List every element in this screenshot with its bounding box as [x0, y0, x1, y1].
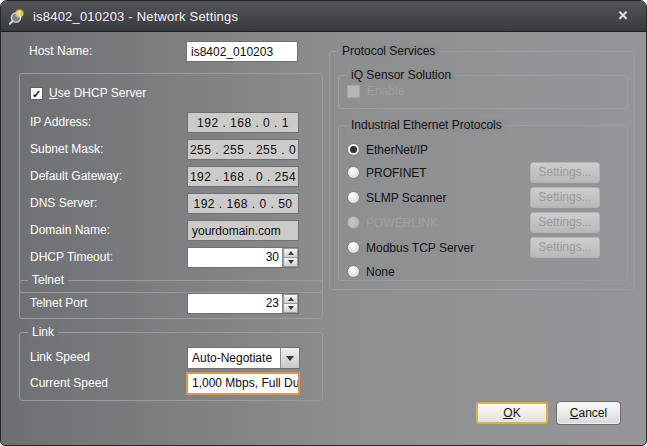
spin-up-icon[interactable]	[283, 294, 298, 303]
telnet-port-spinner	[282, 294, 298, 313]
default-gateway-value: 192 . 168 . 0 . 254	[190, 170, 296, 184]
ip-address-label: IP Address:	[30, 112, 91, 133]
radio-powerlink[interactable]	[347, 216, 360, 229]
radio-none-label: None	[366, 265, 395, 279]
industrial-protocols-caption: Industrial Ethernet Protocols	[347, 118, 506, 133]
domain-name-value: yourdomain.com	[188, 221, 298, 241]
telnet-port-value: 23	[188, 294, 282, 313]
iq-enable-checkbox[interactable]	[347, 85, 360, 98]
ok-button[interactable]: OK	[476, 402, 548, 424]
dropdown-arrow-icon[interactable]	[280, 348, 299, 368]
subnet-mask-field[interactable]: 255 . 255 . 255 . 0	[187, 139, 299, 160]
current-speed-value: 1,000 Mbps, Full Dup	[188, 374, 298, 393]
host-name-label: Host Name:	[29, 41, 92, 62]
radio-modbus-tcp[interactable]	[347, 241, 360, 254]
radio-none[interactable]	[347, 265, 360, 278]
telnet-port-label: Telnet Port	[30, 293, 87, 314]
telnet-group: Telnet Telnet Port 23	[19, 280, 323, 319]
spin-down-icon[interactable]	[283, 303, 298, 313]
dhcp-group: ✓ Use DHCP Server IP Address: 192 . 168 …	[19, 73, 323, 293]
link-group: Link Link Speed Auto-Negotiate Current S…	[19, 332, 323, 401]
domain-name-field[interactable]: yourdomain.com	[187, 220, 299, 241]
telnet-port-input[interactable]: 23	[187, 293, 299, 314]
host-name-input[interactable]: is8402_010203	[186, 41, 298, 62]
default-gateway-field[interactable]: 192 . 168 . 0 . 254	[187, 166, 299, 187]
modbus-settings-button[interactable]: Settings...	[530, 237, 600, 258]
radio-modbus-tcp-label: Modbus TCP Server	[366, 241, 474, 255]
network-settings-dialog: is8402_010203 - Network Settings ✕ Host …	[0, 0, 647, 446]
dns-server-label: DNS Server:	[30, 193, 97, 214]
iq-enable-label: Enable	[367, 81, 404, 102]
link-speed-label: Link Speed	[30, 347, 90, 368]
slmp-settings-button[interactable]: Settings...	[530, 187, 600, 208]
radio-powerlink-label: POWERLINK	[366, 216, 438, 230]
industrial-protocols-group: Industrial Ethernet Protocols EtherNet/I…	[338, 125, 628, 281]
telnet-caption: Telnet	[28, 273, 68, 288]
radio-slmp-scanner-label: SLMP Scanner	[366, 191, 447, 205]
spin-up-icon[interactable]	[283, 248, 298, 257]
dhcp-timeout-label: DHCP Timeout:	[30, 247, 113, 268]
current-speed-label: Current Speed	[30, 373, 108, 394]
link-speed-value: Auto-Negotiate	[188, 348, 280, 368]
powerlink-settings-button[interactable]: Settings...	[530, 212, 600, 233]
dns-server-value: 192 . 168 . 0 . 50	[193, 197, 292, 211]
link-speed-dropdown[interactable]: Auto-Negotiate	[187, 347, 300, 369]
radio-ethernet-ip-label: EtherNet/IP	[366, 143, 428, 157]
radio-ethernet-ip[interactable]	[347, 143, 360, 156]
protocol-services-caption: Protocol Services	[338, 44, 439, 59]
cancel-button[interactable]: Cancel	[557, 402, 620, 424]
ip-address-field[interactable]: 192 . 168 . 0 . 1	[187, 112, 299, 133]
iq-sensor-group: iQ Sensor Solution Enable	[338, 75, 628, 109]
subnet-mask-label: Subnet Mask:	[30, 139, 103, 160]
title-bar: is8402_010203 - Network Settings ✕	[1, 1, 646, 32]
domain-name-label: Domain Name:	[30, 220, 110, 241]
close-button[interactable]: ✕	[613, 6, 633, 26]
default-gateway-label: Default Gateway:	[30, 166, 122, 187]
profinet-settings-button[interactable]: Settings...	[530, 162, 600, 183]
dhcp-timeout-value: 30	[188, 248, 282, 267]
radio-slmp-scanner[interactable]	[347, 191, 360, 204]
radio-profinet-label: PROFINET	[366, 166, 427, 180]
subnet-mask-value: 255 . 255 . 255 . 0	[190, 143, 296, 157]
dhcp-timeout-input[interactable]: 30	[187, 247, 299, 268]
use-dhcp-label: Use DHCP Server	[49, 83, 146, 104]
spin-down-icon[interactable]	[283, 257, 298, 267]
app-icon	[9, 8, 26, 25]
host-name-value: is8402_010203	[187, 42, 297, 62]
use-dhcp-checkbox[interactable]: ✓	[30, 87, 43, 100]
radio-profinet[interactable]	[347, 166, 360, 179]
current-speed-field[interactable]: 1,000 Mbps, Full Dup	[186, 372, 300, 395]
dns-server-field[interactable]: 192 . 168 . 0 . 50	[187, 193, 299, 214]
link-caption: Link	[28, 325, 58, 340]
window-title: is8402_010203 - Network Settings	[33, 9, 238, 24]
ip-address-value: 192 . 168 . 0 . 1	[197, 116, 289, 130]
protocol-services-group: Protocol Services iQ Sensor Solution Ena…	[329, 51, 635, 290]
dhcp-timeout-spinner	[282, 248, 298, 267]
